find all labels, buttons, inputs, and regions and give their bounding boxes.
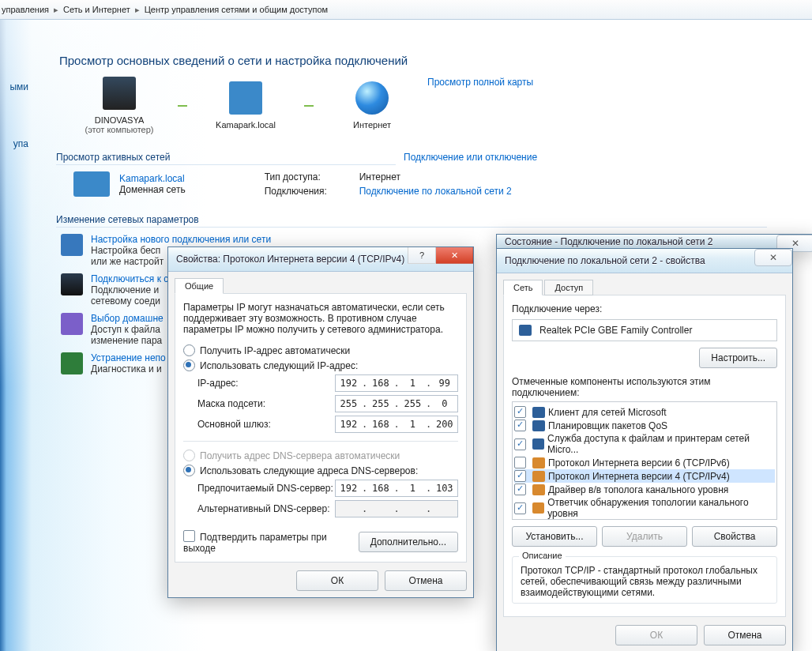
- breadcrumb[interactable]: управления▸ Сеть и Интернет▸ Центр управ…: [0, 0, 812, 20]
- component-icon: [532, 407, 545, 418]
- help-button[interactable]: ?: [408, 247, 436, 264]
- component-item[interactable]: Клиент для сетей Microsoft: [514, 405, 775, 419]
- access-type-value: Интернет: [359, 171, 512, 183]
- active-network-type: Доменная сеть: [119, 184, 186, 195]
- component-label: Драйвер в/в тополога канального уровня: [548, 484, 728, 495]
- ip-input[interactable]: 192.168.1.99: [335, 374, 458, 392]
- radio-manual-ip[interactable]: Использовать следующий IP-адрес:: [183, 359, 458, 371]
- bc-b[interactable]: Сеть и Интернет: [63, 5, 130, 14]
- network-name: Kamapark.local: [198, 120, 293, 130]
- component-checkbox[interactable]: [514, 457, 526, 468]
- internet-label: Интернет: [325, 120, 419, 130]
- component-label: Протокол Интернета версии 6 (TCP/IPv6): [548, 457, 730, 468]
- ipv4-titlebar[interactable]: Свойства: Протокол Интернета версии 4 (T…: [168, 247, 473, 272]
- mask-input[interactable]: 255.255.255.0: [335, 395, 458, 412]
- lan-title: Подключение по локальной сети 2 - свойст…: [505, 255, 705, 266]
- component-label: Служба доступа к файлам и принтерам сете…: [547, 433, 775, 455]
- component-icon: [532, 484, 545, 495]
- component-checkbox[interactable]: [514, 420, 526, 431]
- page-title: Просмотр основных сведений о сети и наст…: [59, 54, 791, 67]
- bc-c[interactable]: Центр управления сетями и общим доступом: [145, 5, 328, 14]
- behind-dialog-title: Состояние - Подключение по локальной сет…: [505, 236, 713, 247]
- map-this-pc: DINOVASYA (этот компьютер): [72, 77, 167, 134]
- connect-via-label: Подключение через:: [512, 303, 777, 314]
- map-internet: Интернет: [325, 81, 419, 130]
- active-networks-title: Просмотр активных сетей: [56, 152, 396, 165]
- radio-manual-dns[interactable]: Использовать следующие адреса DNS-сервер…: [183, 465, 458, 476]
- sidebar-frag: ыми: [9, 81, 28, 92]
- gateway-label: Основной шлюз:: [197, 419, 335, 430]
- dns1-input[interactable]: 192.168.1.103: [335, 480, 458, 497]
- tab-network[interactable]: Сеть: [503, 280, 543, 295]
- task-icon: [61, 313, 83, 335]
- properties-button[interactable]: Свойства: [692, 526, 777, 547]
- component-item[interactable]: Протокол Интернета версии 6 (TCP/IPv6): [514, 456, 775, 469]
- connections-label: Подключения:: [265, 186, 359, 197]
- change-settings-title: Изменение сетевых параметров: [56, 214, 767, 228]
- description-text: Протокол TCP/IP - стандартный протокол г…: [521, 565, 769, 598]
- connect-disconnect-link[interactable]: Подключение или отключение: [404, 152, 537, 163]
- components-label: Отмеченные компоненты используются этим …: [512, 376, 777, 398]
- bc-a[interactable]: управления: [2, 5, 49, 14]
- component-icon: [532, 457, 545, 468]
- component-checkbox[interactable]: [514, 438, 526, 450]
- lan-props-dialog: Подключение по локальной сети 2 - свойст…: [496, 248, 793, 651]
- ok-button[interactable]: ОК: [296, 570, 378, 591]
- connector: [304, 105, 314, 107]
- map-network: Kamapark.local: [198, 81, 293, 130]
- tab-sharing[interactable]: Доступ: [544, 280, 593, 295]
- network-icon: [73, 171, 110, 197]
- confirm-checkbox[interactable]: Подтвердить параметры при выходе: [183, 530, 359, 554]
- connection-link[interactable]: Подключение по локальной сети 2: [359, 186, 512, 197]
- dns2-label: Альтернативный DNS-сервер:: [197, 503, 335, 514]
- pc-sub: (этот компьютер): [72, 125, 167, 134]
- radio-auto-ip[interactable]: Получить IP-адрес автоматически: [183, 344, 458, 356]
- globe-icon: [355, 81, 389, 115]
- configure-button[interactable]: Настроить...: [699, 348, 777, 368]
- behind-dialog: Состояние - Подключение по локальной сет…: [496, 234, 812, 250]
- component-label: Планировщик пакетов QoS: [548, 420, 667, 431]
- gateway-input[interactable]: 192.168.1.200: [335, 416, 458, 433]
- component-item[interactable]: Ответчик обнаружения топологии канальног…: [514, 496, 775, 520]
- component-item[interactable]: Планировщик пакетов QoS: [514, 419, 775, 432]
- close-button[interactable]: ✕: [754, 249, 792, 266]
- pc-icon: [103, 77, 136, 110]
- tab-general[interactable]: Общие: [175, 278, 224, 294]
- task-icon: [61, 234, 83, 256]
- dns1-label: Предпочитаемый DNS-сервер:: [197, 483, 335, 494]
- cancel-button[interactable]: Отмена: [704, 625, 786, 645]
- adapter-icon: [519, 325, 532, 336]
- remove-button: Удалить: [602, 526, 687, 547]
- component-label: Протокол Интернета версии 4 (TCP/IPv4): [548, 471, 730, 482]
- sidebar-frag: упа: [13, 138, 28, 149]
- access-type-label: Тип доступа:: [265, 171, 359, 183]
- component-item[interactable]: Служба доступа к файлам и принтерам сете…: [514, 432, 775, 456]
- component-checkbox[interactable]: [514, 502, 526, 514]
- component-item[interactable]: Драйвер в/в тополога канального уровня: [514, 483, 775, 496]
- install-button[interactable]: Установить...: [512, 526, 597, 547]
- advanced-button[interactable]: Дополнительно...: [359, 532, 458, 552]
- components-list[interactable]: Клиент для сетей MicrosoftПланировщик па…: [512, 401, 777, 520]
- active-network-name[interactable]: Kamapark.local: [119, 173, 186, 184]
- viewport: { "breadcrumbs": { "a":"управления","b":…: [0, 0, 812, 651]
- see-full-map-link[interactable]: Просмотр полной карты: [427, 77, 533, 88]
- network-icon: [229, 81, 262, 115]
- lan-titlebar[interactable]: Подключение по локальной сети 2 - свойст…: [497, 249, 792, 273]
- dns2-input[interactable]: ...: [335, 500, 458, 517]
- adapter-name: Realtek PCIe GBE Family Controller: [539, 325, 692, 336]
- connector: [178, 105, 187, 107]
- chevron-icon: ▸: [135, 5, 140, 15]
- ipv4-title: Свойства: Протокол Интернета версии 4 (T…: [176, 254, 404, 265]
- component-icon: [532, 438, 544, 450]
- component-icon: [532, 420, 545, 431]
- cancel-button[interactable]: Отмена: [385, 570, 467, 591]
- component-checkbox[interactable]: [514, 484, 526, 495]
- task-icon: [61, 273, 83, 295]
- ipv4-intro: Параметры IP могут назначаться автоматич…: [183, 302, 458, 335]
- component-checkbox[interactable]: [514, 406, 526, 418]
- ok-button[interactable]: ОК: [615, 625, 697, 645]
- component-item[interactable]: Протокол Интернета версии 4 (TCP/IPv4): [514, 469, 775, 483]
- ipv4-dialog: Свойства: Протокол Интернета версии 4 (T…: [167, 246, 474, 598]
- close-button[interactable]: ✕: [436, 247, 473, 264]
- component-checkbox[interactable]: [514, 470, 526, 482]
